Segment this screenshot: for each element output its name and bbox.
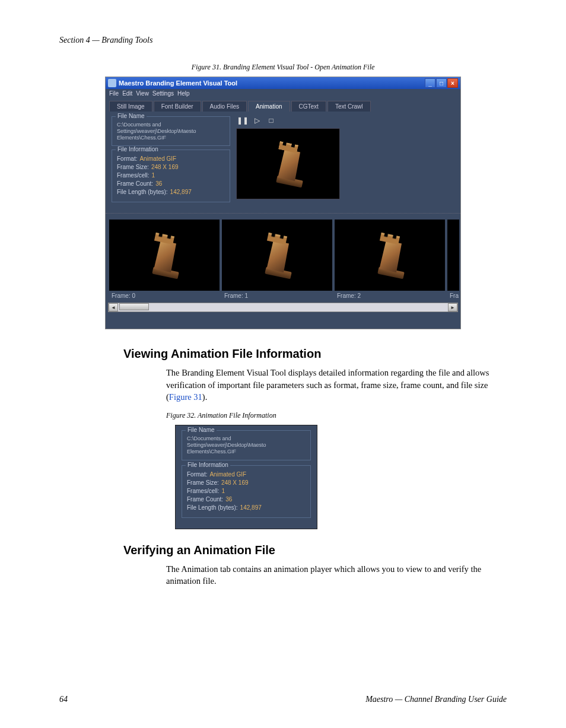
file-name-group-title-2: File Name [186, 427, 217, 433]
framescell-label: Frames/cell: [117, 172, 149, 179]
format-value: Animated GIF [139, 155, 176, 162]
framescell-value: 1 [151, 172, 155, 179]
minimize-button[interactable]: _ [425, 78, 435, 88]
file-path: C:\Documents and Settings\weaverj\Deskto… [117, 122, 225, 141]
figure31-caption: Figure 31. Branding Element Visual Tool … [59, 63, 507, 72]
tab-still-image[interactable]: Still Image [109, 101, 152, 112]
scroll-right-icon[interactable]: ► [448, 303, 457, 311]
frame-thumbnails: Frame: 0 Frame: 1 Frame: 2 Fra [106, 214, 460, 301]
tab-animation[interactable]: Animation [248, 101, 290, 112]
format-value-2: Animated GIF [209, 471, 246, 478]
menu-edit[interactable]: Edit [122, 90, 132, 98]
footer-title: Maestro — Channel Branding User Guide [365, 695, 507, 704]
maximize-button[interactable]: □ [436, 78, 447, 88]
chess-rook-image [271, 140, 306, 187]
framecount-label: Frame Count: [117, 180, 153, 187]
menu-settings[interactable]: Settings [152, 90, 174, 98]
stop-icon[interactable]: □ [267, 116, 275, 125]
app-icon [108, 79, 116, 87]
framecount-value: 36 [155, 180, 162, 187]
tab-text-crawl[interactable]: Text Crawl [327, 101, 371, 112]
scroll-left-icon[interactable]: ◄ [109, 303, 118, 311]
thumb-label-3: Fra [447, 291, 459, 299]
framesize-label: Frame Size: [117, 164, 149, 170]
format-label-2: Format: [187, 471, 207, 478]
framesize-value-2: 248 X 169 [221, 479, 249, 486]
body-para-1: The Branding Element Visual Tool display… [166, 367, 504, 403]
thumb-frame-3-partial[interactable]: Fra [447, 220, 459, 299]
section-header: Section 4 — Branding Tools [59, 36, 507, 45]
pause-icon[interactable]: ❚❚ [239, 116, 247, 125]
menu-help[interactable]: Help [177, 90, 190, 98]
file-info-group-2: File Information Format:Animated GIF Fra… [182, 465, 311, 518]
file-name-group-2: File Name C:\Documents and Settings\weav… [182, 430, 311, 460]
filelen-label: File Length (bytes): [117, 189, 168, 195]
titlebar: Maestro Branding Element Visual Tool _ □… [106, 77, 460, 89]
menu-view[interactable]: View [136, 90, 149, 98]
framesize-label-2: Frame Size: [187, 479, 219, 486]
figure32-caption: Figure 32. Animation File Information [166, 411, 507, 420]
page-number: 64 [59, 695, 68, 704]
play-icon[interactable]: ▷ [253, 116, 261, 125]
scroll-thumb[interactable] [119, 303, 149, 310]
filelen-label-2: File Length (bytes): [187, 504, 238, 511]
file-info-group-title-2: File Information [186, 462, 230, 468]
file-info-group: File Information Format:Animated GIF Fra… [112, 150, 230, 202]
file-name-group-title: File Name [116, 113, 147, 119]
tab-cgtext[interactable]: CGText [291, 101, 326, 112]
file-path-2: C:\Documents and Settings\weaverj\Deskto… [187, 435, 306, 454]
framecount-value-2: 36 [225, 496, 232, 503]
animation-preview [236, 128, 340, 199]
framescell-value-2: 1 [221, 488, 225, 494]
tabs-row: Still Image Font Builder Audio Files Ani… [106, 100, 460, 112]
file-name-group: File Name C:\Documents and Settings\weav… [112, 116, 230, 146]
heading-viewing-animation-info: Viewing Animation File Information [123, 347, 507, 361]
file-info-group-title: File Information [116, 146, 160, 152]
format-label: Format: [117, 155, 137, 162]
para1-text-a: The Branding Element Visual Tool display… [166, 368, 489, 402]
menubar: File Edit View Settings Help [106, 89, 460, 100]
thumb-frame-0[interactable]: Frame: 0 [109, 220, 220, 299]
thumb-label-0: Frame: 0 [109, 291, 220, 299]
screenshot-main-window: Maestro Branding Element Visual Tool _ □… [105, 77, 461, 329]
screenshot-file-info-panel: File Name C:\Documents and Settings\weav… [175, 425, 317, 529]
thumb-frame-2[interactable]: Frame: 2 [335, 220, 445, 299]
tab-font-builder[interactable]: Font Builder [154, 101, 201, 112]
body-para-2: The Animation tab contains an animation … [166, 563, 504, 587]
para1-text-b: ). [202, 392, 207, 402]
thumb-label-1: Frame: 1 [222, 291, 332, 299]
thumb-label-2: Frame: 2 [335, 291, 445, 299]
filelen-value: 142,897 [170, 189, 192, 195]
thumb-frame-1[interactable]: Frame: 1 [222, 220, 332, 299]
tab-audio-files[interactable]: Audio Files [202, 101, 247, 112]
close-button[interactable]: × [447, 78, 458, 88]
figure31-link[interactable]: Figure 31 [169, 392, 202, 402]
framecount-label-2: Frame Count: [187, 496, 223, 503]
menu-file[interactable]: File [109, 90, 119, 98]
heading-verifying-animation: Verifying an Animation File [123, 543, 507, 557]
framesize-value: 248 X 169 [151, 164, 179, 170]
horizontal-scrollbar[interactable]: ◄ ► [108, 303, 458, 312]
filelen-value-2: 142,897 [240, 504, 262, 511]
window-title: Maestro Branding Element Visual Tool [119, 80, 237, 87]
framescell-label-2: Frames/cell: [187, 488, 219, 494]
